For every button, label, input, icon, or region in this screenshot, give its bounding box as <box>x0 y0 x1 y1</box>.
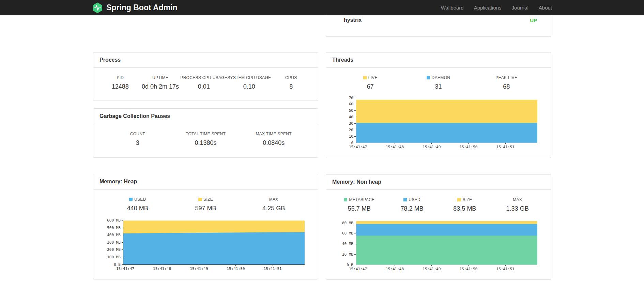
stat-uptime: UPTIME 0d 0h 2m 17s <box>140 75 181 90</box>
svg-text:20: 20 <box>349 128 353 132</box>
stat-value: 0.10 <box>227 83 271 90</box>
stat-label: TOTAL TIME SPENT <box>172 132 240 136</box>
memory-heap-card: Memory: Heap USED 440 MB SIZE 597 MB MAX… <box>93 174 318 279</box>
svg-text:100 MB: 100 MB <box>107 255 121 259</box>
application-name[interactable]: hystrix <box>344 17 362 23</box>
threads-card: Threads LIVE 67 DAEMON 31 PEAK LIVE 68 0… <box>326 52 551 158</box>
svg-text:15:41:50: 15:41:50 <box>459 145 477 149</box>
svg-text:60: 60 <box>349 102 353 106</box>
legend-label: MAX <box>240 197 308 202</box>
main-content: Process PID 12488 UPTIME 0d 0h 2m 17s PR… <box>93 15 551 280</box>
stat-label: PROCESS CPU USAGE <box>180 75 227 80</box>
svg-text:20 MB: 20 MB <box>342 252 353 257</box>
gc-stats: COUNT 3 TOTAL TIME SPENT 0.1380s MAX TIM… <box>93 124 318 147</box>
stat-value: 0.0840s <box>240 139 308 147</box>
svg-text:0 B: 0 B <box>114 262 121 267</box>
navbar: Spring Boot Admin Wallboard Applications… <box>0 0 644 15</box>
legend-nonheap-size: SIZE 83.5 MB <box>439 197 491 212</box>
svg-text:200 MB: 200 MB <box>107 247 121 252</box>
svg-text:50: 50 <box>349 108 353 113</box>
svg-text:15:41:48: 15:41:48 <box>386 267 404 271</box>
memory-nonheap-card: Memory: Non heap METASPACE 55.7 MB USED … <box>326 174 551 280</box>
used-color-swatch <box>403 198 407 201</box>
process-stats: PID 12488 UPTIME 0d 0h 2m 17s PROCESS CP… <box>93 68 318 90</box>
nav-item-journal[interactable]: Journal <box>512 5 528 11</box>
stat-gc-max-time: MAX TIME SPENT 0.0840s <box>240 132 308 147</box>
process-card: Process PID 12488 UPTIME 0d 0h 2m 17s PR… <box>93 52 318 101</box>
left-column: Process PID 12488 UPTIME 0d 0h 2m 17s PR… <box>93 15 318 280</box>
memory-nonheap-chart-wrap: 0 B20 MB40 MB60 MB80 MB15:41:4715:41:481… <box>326 217 551 274</box>
size-color-swatch <box>457 198 461 201</box>
legend-value: 78.2 MB <box>386 205 439 212</box>
svg-text:0: 0 <box>351 141 353 145</box>
svg-text:10: 10 <box>349 134 353 139</box>
svg-text:30: 30 <box>349 121 353 126</box>
legend-label: SIZE <box>439 197 491 202</box>
memory-heap-legend: USED 440 MB SIZE 597 MB MAX 4.25 GB <box>93 189 318 212</box>
legend-heap-size: SIZE 597 MB <box>172 197 240 212</box>
svg-text:15:41:50: 15:41:50 <box>459 267 477 271</box>
spring-boot-admin-logo-icon <box>92 2 103 13</box>
legend-label: DAEMON <box>404 75 473 80</box>
svg-text:15:41:50: 15:41:50 <box>227 267 245 271</box>
svg-text:40 MB: 40 MB <box>342 242 353 246</box>
right-column: hystrix UP Threads LIVE 67 DAEMON 31 PEA… <box>326 15 551 280</box>
memory-heap-chart-wrap: 0 B100 MB200 MB300 MB400 MB500 MB600 MB1… <box>93 217 318 274</box>
used-color-swatch <box>129 198 133 201</box>
legend-value: 31 <box>404 83 473 90</box>
svg-text:15:41:51: 15:41:51 <box>263 267 281 271</box>
brand[interactable]: Spring Boot Admin <box>92 2 178 13</box>
legend-value: 68 <box>472 83 540 90</box>
legend-threads-live: LIVE 67 <box>336 75 404 90</box>
applications-status-card: hystrix UP <box>326 15 551 37</box>
stat-cpus: CPUS 8 <box>271 75 311 90</box>
gc-card-title: Garbage Collection Pauses <box>93 109 318 124</box>
stat-label: CPUS <box>271 75 311 80</box>
nav-item-about[interactable]: About <box>539 5 552 11</box>
svg-text:15:41:49: 15:41:49 <box>423 267 441 271</box>
stat-label: PID <box>100 75 140 80</box>
nav-item-wallboard[interactable]: Wallboard <box>441 5 464 11</box>
application-row[interactable]: hystrix UP <box>344 15 551 25</box>
svg-text:80 MB: 80 MB <box>342 221 353 225</box>
brand-title: Spring Boot Admin <box>106 3 178 12</box>
live-color-swatch <box>363 76 367 79</box>
svg-text:0 B: 0 B <box>347 263 353 267</box>
stat-gc-count: COUNT 3 <box>104 132 172 147</box>
legend-label: USED <box>386 197 439 202</box>
stat-value: 0.01 <box>180 83 227 90</box>
svg-text:40: 40 <box>349 115 353 119</box>
threads-chart: 01020304050607015:41:4715:41:4815:41:491… <box>338 95 539 152</box>
legend-label: PEAK LIVE <box>472 75 540 80</box>
legend-threads-peak-live: PEAK LIVE 68 <box>472 75 540 90</box>
svg-text:70: 70 <box>349 96 353 100</box>
gc-pauses-card: Garbage Collection Pauses COUNT 3 TOTAL … <box>93 108 318 158</box>
svg-text:400 MB: 400 MB <box>107 233 121 237</box>
stat-label: COUNT <box>104 132 172 136</box>
svg-text:60 MB: 60 MB <box>342 231 353 235</box>
svg-text:15:41:48: 15:41:48 <box>153 267 171 271</box>
legend-threads-daemon: DAEMON 31 <box>404 75 473 90</box>
legend-value: 83.5 MB <box>439 205 491 212</box>
stat-value: 8 <box>271 83 311 90</box>
application-status-badge: UP <box>530 17 537 23</box>
legend-value: 55.7 MB <box>333 205 386 212</box>
legend-value: 597 MB <box>172 205 240 212</box>
stat-pid: PID 12488 <box>100 75 140 90</box>
legend-heap-max: MAX 4.25 GB <box>240 197 308 212</box>
legend-label: SIZE <box>172 197 240 202</box>
svg-text:15:41:49: 15:41:49 <box>190 267 208 271</box>
svg-text:15:41:51: 15:41:51 <box>496 267 514 271</box>
svg-text:500 MB: 500 MB <box>107 226 121 230</box>
svg-text:15:41:49: 15:41:49 <box>423 145 441 149</box>
stat-system-cpu-usage: SYSTEM CPU USAGE 0.10 <box>227 75 271 90</box>
stat-value: 3 <box>104 139 172 147</box>
svg-text:600 MB: 600 MB <box>107 218 121 223</box>
stat-value: 0.1380s <box>172 139 240 147</box>
nav-item-applications[interactable]: Applications <box>474 5 502 11</box>
daemon-color-swatch <box>427 76 430 79</box>
svg-text:15:41:47: 15:41:47 <box>116 267 134 271</box>
memory-heap-chart: 0 B100 MB200 MB300 MB400 MB500 MB600 MB1… <box>105 217 306 274</box>
navbar-inner: Spring Boot Admin Wallboard Applications… <box>89 2 555 13</box>
legend-value: 440 MB <box>104 205 172 212</box>
